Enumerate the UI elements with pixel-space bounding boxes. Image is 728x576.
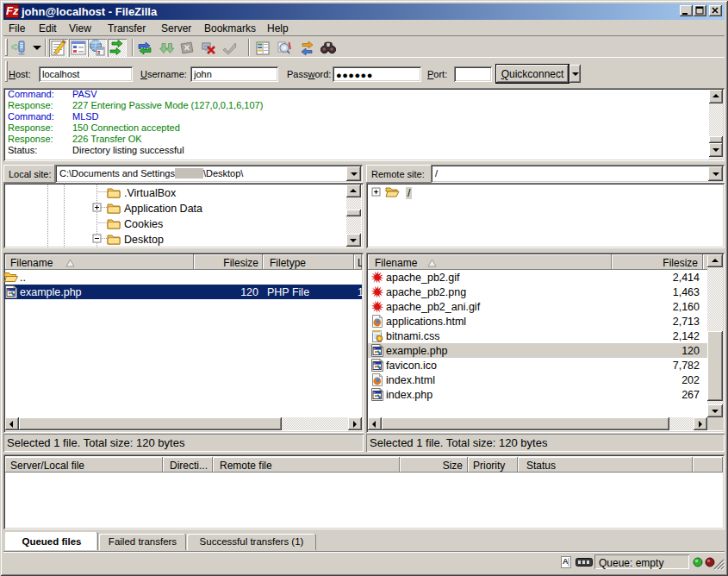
svg-text:A: A [563,557,569,566]
